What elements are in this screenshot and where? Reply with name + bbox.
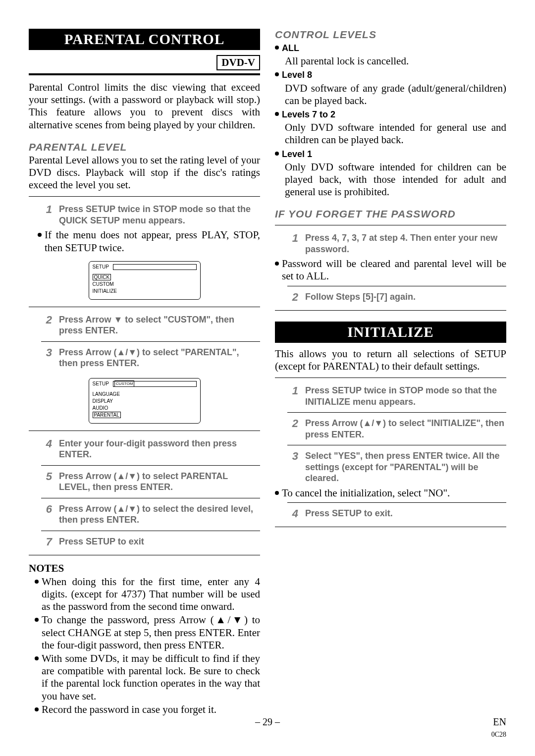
init-cancel-note: To cancel the initialization, select "NO…	[275, 487, 506, 499]
step-number: 2	[287, 291, 298, 303]
step-text: Press Arrow (▲/▼) to select PARENTAL LEV…	[59, 471, 260, 493]
initialize-banner: INITIALIZE	[275, 322, 506, 343]
setup-menu-illustration-2: SETUP CUSTOM LANGUAGE DISPLAY AUDIO PARE…	[89, 378, 201, 424]
divider	[29, 307, 260, 307]
step-text: Press 4, 7, 3, 7 at step 4. Then enter y…	[305, 232, 506, 255]
step-text: Select "YES", then press ENTER twice. Al…	[305, 450, 506, 484]
step-number: 4	[41, 438, 52, 450]
step-text: Press SETUP twice in STOP mode so that t…	[305, 385, 506, 407]
menu-item: DISPLAY	[93, 398, 197, 404]
level-1-text: Only DVD software intended for children …	[285, 161, 506, 199]
note-text: With some DVDs, it may be difficult to f…	[42, 652, 260, 702]
menu-item: LANGUAGE	[93, 391, 197, 397]
bullet-dot-icon	[35, 656, 39, 660]
divider	[29, 431, 260, 431]
step-number: 6	[41, 503, 52, 515]
step-text: Press SETUP to exit.	[305, 508, 393, 519]
step-number: 5	[41, 471, 52, 483]
divider	[275, 310, 506, 311]
bullet-dot-icon	[38, 233, 42, 237]
forget-password-heading: IF YOU FORGET THE PASSWORD	[275, 208, 506, 220]
step-4: 4 Enter your four-digit password then pr…	[29, 436, 260, 462]
step-5: 5 Press Arrow (▲/▼) to select PARENTAL L…	[29, 469, 260, 495]
menu-item: QUICK	[93, 274, 111, 280]
divider	[287, 412, 506, 413]
step-7: 7 Press SETUP to exit	[29, 534, 260, 550]
divider	[29, 196, 260, 197]
init-step-1: 1 Press SETUP twice in STOP mode so that…	[275, 383, 506, 409]
step-text: Follow Steps [5]-[7] again.	[305, 291, 416, 303]
step-1: 1 Press SETUP twice in STOP mode so that…	[29, 202, 260, 228]
divider	[41, 498, 260, 498]
level-8-text: DVD software of any grade (adult/general…	[285, 82, 506, 107]
manual-page: PARENTAL CONTROL DVD-V Parental Control …	[0, 0, 535, 756]
level-label: ALL	[282, 43, 299, 53]
level-1: Level 1	[275, 148, 506, 160]
menu-item: INITIALIZE	[93, 288, 197, 294]
step-number: 3	[41, 347, 52, 359]
page-number: – 29 –	[255, 716, 280, 728]
note-item: Record the password in case you forget i…	[35, 703, 260, 716]
intro-text: Parental Control limits the disc viewing…	[29, 81, 260, 131]
divider	[29, 555, 260, 555]
fp-note: Password will be cleared and parental le…	[275, 258, 506, 282]
note-text: If the menu does not appear, press PLAY,…	[45, 229, 260, 254]
step-text: Press SETUP twice in STOP mode so that t…	[59, 204, 260, 226]
setup-menu-illustration-1: SETUP QUICK CUSTOM INITIALIZE	[89, 261, 201, 300]
step-text: Press SETUP to exit	[59, 536, 144, 547]
step-text: Press Arrow ▼ to select "CUSTOM", then p…	[59, 314, 260, 336]
divider	[275, 225, 506, 225]
note-text: Record the password in case you forget i…	[42, 703, 260, 716]
notes-heading: NOTES	[29, 562, 260, 575]
bullet-dot-icon	[275, 46, 279, 50]
fp-step-2: 2 Follow Steps [5]-[7] again.	[275, 289, 506, 305]
menu-item: PARENTAL	[93, 412, 121, 418]
parental-control-banner: PARENTAL CONTROL	[29, 29, 260, 50]
fp-step-1: 1 Press 4, 7, 3, 7 at step 4. Then enter…	[275, 230, 506, 257]
step-text: Enter your four-digit password then pres…	[59, 438, 260, 460]
init-cancel-text: To cancel the initialization, select "NO…	[282, 487, 506, 499]
step-number: 2	[287, 418, 298, 430]
dvd-v-badge: DVD-V	[216, 55, 260, 70]
bullet-dot-icon	[35, 580, 39, 584]
right-column: CONTROL LEVELS ALL All parental lock is …	[275, 29, 506, 717]
menu-head-value: CUSTOM	[114, 380, 135, 387]
bullet-dot-icon	[275, 262, 279, 266]
menu-item: AUDIO	[93, 405, 197, 411]
divider	[275, 527, 506, 527]
level-label: Levels 7 to 2	[282, 109, 335, 119]
divider	[29, 73, 260, 75]
menu-title: SETUP	[93, 381, 109, 386]
divider	[287, 445, 506, 445]
init-step-2: 2 Press Arrow (▲/▼) to select "INITIALIZ…	[275, 416, 506, 442]
step-number: 2	[41, 314, 52, 326]
step-number: 1	[287, 385, 298, 397]
menu-title: SETUP	[93, 264, 109, 270]
level-all: ALL	[275, 42, 506, 54]
bullet-dot-icon	[275, 491, 279, 495]
fp-note-text: Password will be cleared and parental le…	[282, 258, 506, 282]
level-label: Level 1	[282, 149, 312, 159]
divider	[41, 341, 260, 342]
step-number: 1	[287, 232, 298, 244]
init-step-4: 4 Press SETUP to exit.	[275, 506, 506, 522]
step-number: 4	[287, 508, 298, 520]
parental-level-heading: PARENTAL LEVEL	[29, 141, 260, 153]
menu-item: CUSTOM	[93, 281, 197, 287]
step-6: 6 Press Arrow (▲/▼) to select the desire…	[29, 501, 260, 528]
divider	[287, 286, 506, 286]
bullet-dot-icon	[275, 152, 279, 156]
levels-7-to-2-text: Only DVD software intended for general u…	[285, 121, 506, 146]
footer-lang: EN	[493, 716, 506, 727]
bullet-dot-icon	[35, 707, 39, 711]
note-text: When doing this for the first time, ente…	[42, 576, 260, 613]
divider	[275, 378, 506, 378]
note-item: To change the password, press Arrow (▲/▼…	[35, 614, 260, 651]
step-text: Press Arrow (▲/▼) to select the desired …	[59, 503, 260, 526]
level-all-text: All parental lock is cancelled.	[285, 55, 506, 67]
step-text: Press Arrow (▲/▼) to select "PARENTAL", …	[59, 347, 260, 369]
bullet-dot-icon	[275, 112, 279, 116]
levels-7-to-2: Levels 7 to 2	[275, 108, 506, 120]
step-number: 7	[41, 536, 52, 548]
init-step-3: 3 Select "YES", then press ENTER twice. …	[275, 448, 506, 486]
